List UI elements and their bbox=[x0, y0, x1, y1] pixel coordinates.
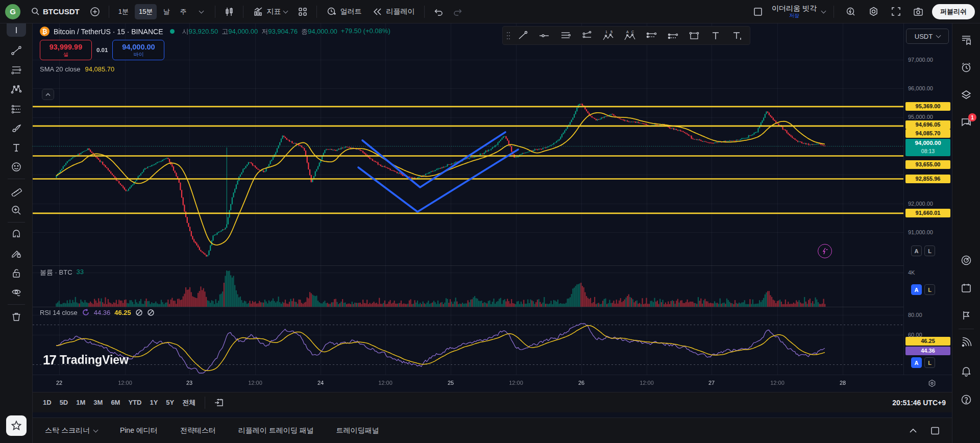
maximize-panel-button[interactable] bbox=[930, 427, 940, 435]
float-rectangle[interactable] bbox=[683, 27, 705, 44]
range-5d[interactable]: 5D bbox=[56, 396, 72, 409]
tab-trading-panel[interactable]: 트레이딩패널 bbox=[336, 426, 379, 435]
go-to-date-button[interactable] bbox=[210, 395, 228, 411]
interval-week[interactable]: 주 bbox=[176, 4, 190, 19]
float-parallel-lines[interactable] bbox=[555, 27, 576, 44]
templates-grid-button[interactable] bbox=[294, 4, 311, 20]
quick-search-button[interactable] bbox=[842, 4, 860, 20]
object-tree-button[interactable] bbox=[956, 85, 976, 105]
tool-emoji[interactable] bbox=[6, 157, 27, 177]
tool-trend-line[interactable] bbox=[6, 41, 27, 60]
timezone-settings-button[interactable] bbox=[927, 379, 937, 388]
tab-stock-screener[interactable]: 스탁 스크리너 bbox=[45, 426, 97, 435]
snapshot-button[interactable] bbox=[910, 4, 927, 20]
redo-button[interactable] bbox=[449, 4, 467, 20]
fullscreen-button[interactable] bbox=[887, 4, 904, 20]
lock-all-drawings-button[interactable] bbox=[6, 263, 27, 283]
tab-replay-trading-panel[interactable]: 리플레이 트레이딩 패널 bbox=[238, 426, 314, 435]
float-elliott-wave[interactable]: 15 bbox=[598, 27, 619, 44]
range-ytd[interactable]: YTD bbox=[124, 396, 145, 409]
float-horizontal-ray[interactable] bbox=[533, 27, 555, 44]
sma-legend[interactable]: SMA 20 close 94,085.70 bbox=[40, 65, 114, 73]
tool-text[interactable] bbox=[6, 138, 27, 157]
level-price-badge[interactable]: 95,369.00 bbox=[905, 102, 950, 111]
stay-in-drawing-mode-button[interactable] bbox=[6, 244, 27, 263]
undo-button[interactable] bbox=[430, 4, 447, 20]
currency-toggle[interactable]: USDT bbox=[906, 29, 949, 44]
range-all[interactable]: 전체 bbox=[178, 396, 200, 409]
session-clock[interactable]: 20:51:46 UTC+9 bbox=[892, 399, 946, 407]
chat-button[interactable]: 1 bbox=[956, 112, 976, 133]
alerts-panel-button[interactable] bbox=[956, 57, 976, 78]
float-text[interactable] bbox=[705, 27, 726, 44]
compare-add-button[interactable] bbox=[86, 4, 104, 20]
range-1m[interactable]: 1M bbox=[72, 396, 89, 409]
volume-legend[interactable]: 볼륨 · BTC 33 bbox=[40, 268, 84, 277]
level-price-badge[interactable]: 91,660.01 bbox=[905, 209, 950, 217]
hotlist-button[interactable] bbox=[956, 250, 976, 270]
log-scale-button[interactable]: L bbox=[924, 245, 935, 256]
float-long-position[interactable] bbox=[641, 27, 662, 44]
publish-button[interactable]: 퍼블리쉬 bbox=[932, 4, 975, 19]
user-avatar[interactable]: G bbox=[5, 4, 20, 19]
interval-1m[interactable]: 1분 bbox=[114, 4, 133, 19]
tool-brush[interactable] bbox=[6, 118, 27, 138]
price-chart-canvas[interactable] bbox=[33, 23, 903, 375]
settings-button[interactable] bbox=[865, 4, 882, 20]
sma-price-badge[interactable]: 94,085.70 bbox=[905, 129, 950, 138]
hide-drawings-button[interactable] bbox=[6, 283, 27, 302]
tool-xabcd-pattern[interactable] bbox=[6, 80, 27, 99]
price-axis[interactable]: USDT 97,000.00 96,000.00 95,000.00 92,00… bbox=[903, 23, 952, 375]
rsi-refresh-icon[interactable] bbox=[82, 308, 90, 316]
sell-button[interactable]: 93,999.99 셀 bbox=[40, 40, 92, 60]
interval-15m[interactable]: 15분 bbox=[135, 4, 157, 19]
magnet-mode-button[interactable] bbox=[6, 225, 27, 244]
tool-position[interactable] bbox=[6, 99, 27, 118]
tool-zoom-in[interactable] bbox=[6, 201, 27, 220]
auto-scale-button[interactable]: A bbox=[911, 245, 922, 256]
chart-style-button[interactable] bbox=[220, 4, 238, 20]
tool-fib-retracement[interactable] bbox=[6, 60, 27, 80]
magic-quick-draw-button[interactable] bbox=[818, 244, 832, 258]
rsi-settings-icon[interactable] bbox=[147, 309, 155, 316]
time-axis[interactable]: 22 12:00 23 12:00 24 12:00 25 12:00 26 1… bbox=[33, 375, 952, 392]
favorites-toolbar-button[interactable] bbox=[6, 415, 27, 436]
buy-button[interactable]: 94,000.00 바이 bbox=[112, 40, 164, 60]
float-anchored-text[interactable] bbox=[726, 27, 748, 44]
tool-measure-ruler[interactable] bbox=[6, 181, 27, 201]
rsi-hide-icon[interactable] bbox=[135, 309, 143, 316]
drag-handle-icon[interactable] bbox=[505, 27, 512, 44]
interval-menu-button[interactable] bbox=[192, 4, 210, 20]
rsi-ma-badge[interactable]: 46.25 bbox=[905, 337, 950, 346]
calendar-button[interactable] bbox=[956, 278, 976, 298]
notifications-button[interactable] bbox=[956, 361, 976, 381]
layout-name-button[interactable]: 이더리움 빗각 저장 bbox=[772, 5, 817, 18]
float-trend-line[interactable] bbox=[512, 27, 533, 44]
help-button[interactable] bbox=[956, 389, 976, 410]
rsi-legend[interactable]: RSI 14 close 44.36 46.25 bbox=[40, 308, 155, 316]
level-price-badge[interactable]: 92,855.96 bbox=[905, 175, 950, 183]
range-1d[interactable]: 1D bbox=[39, 396, 56, 409]
range-1y[interactable]: 1Y bbox=[145, 396, 162, 409]
float-short-position[interactable] bbox=[662, 27, 683, 44]
interval-day[interactable]: 날 bbox=[159, 4, 174, 19]
level-price-badge[interactable]: 94,696.05 bbox=[905, 120, 950, 129]
layout-icon-button[interactable] bbox=[749, 4, 767, 20]
tool-cursor-cross[interactable] bbox=[7, 23, 26, 37]
auto-scale-button[interactable]: A bbox=[911, 357, 922, 368]
float-xabcd-pattern[interactable]: AC bbox=[619, 27, 641, 44]
legend-collapse-button[interactable] bbox=[42, 89, 54, 100]
remove-objects-button[interactable] bbox=[6, 307, 27, 326]
level-price-badge[interactable]: 93,655.00 bbox=[905, 160, 950, 169]
symbol-search-button[interactable]: BTCUSDT bbox=[27, 4, 84, 20]
range-3m[interactable]: 3M bbox=[89, 396, 107, 409]
rsi-value-badge[interactable]: 44.36 bbox=[905, 347, 950, 355]
auto-scale-button[interactable]: A bbox=[911, 284, 922, 295]
log-scale-button[interactable]: L bbox=[924, 357, 935, 368]
watchlist-button[interactable] bbox=[956, 30, 976, 50]
last-price-badge[interactable]: 94,000.00 08:13 bbox=[905, 139, 950, 156]
indicators-button[interactable]: 지표 bbox=[249, 4, 292, 20]
expand-panel-button[interactable] bbox=[909, 428, 917, 433]
alert-button[interactable]: 얼러트 bbox=[322, 4, 366, 20]
my-ideas-button[interactable] bbox=[956, 305, 976, 326]
